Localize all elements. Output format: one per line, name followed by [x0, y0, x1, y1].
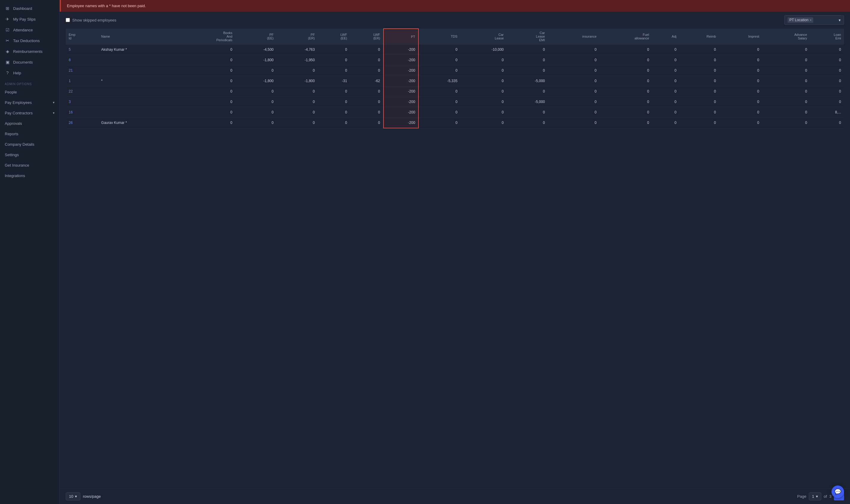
- sidebar-item-tax-deductions[interactable]: ✂Tax Deductions: [0, 35, 59, 46]
- cell-pf_ee: -1,800: [235, 76, 277, 86]
- cell-imprest: 0: [719, 97, 762, 107]
- cell-pf_er: -1,800: [277, 76, 318, 86]
- dropdown-arrow-icon: ▾: [839, 18, 841, 22]
- sidebar-item-settings[interactable]: Settings: [0, 149, 59, 160]
- cell-name: [98, 107, 179, 118]
- cell-insurance: 0: [548, 86, 600, 97]
- col-header-car-lease-emi: CarLeaseEMI: [507, 29, 548, 44]
- of-label: of: [824, 494, 827, 499]
- col-header-pf-ee: PF(EE): [235, 29, 277, 44]
- cell-lwf_er: 0: [350, 66, 383, 76]
- cell-tds: 0: [419, 86, 461, 97]
- sidebar-label-help: Help: [13, 71, 21, 75]
- cell-fuel: 0: [599, 66, 652, 76]
- my-pay-slips-icon: ✈: [5, 17, 10, 21]
- cell-loan: 0: [810, 55, 844, 66]
- cell-emp_id[interactable]: 3: [66, 97, 98, 107]
- cell-fuel: 0: [599, 44, 652, 55]
- cell-books: 0: [179, 97, 235, 107]
- page-select[interactable]: 1 ▾: [809, 492, 821, 500]
- sidebar-label-settings: Settings: [5, 152, 19, 157]
- cell-imprest: 0: [719, 44, 762, 55]
- show-skipped-label: Show skipped employees: [72, 18, 116, 22]
- sidebar-item-help[interactable]: ?Help: [0, 68, 59, 78]
- sidebar-label-attendance: Attendance: [13, 28, 33, 32]
- cell-books: 0: [179, 44, 235, 55]
- cell-tds: 0: [419, 107, 461, 118]
- cell-books: 0: [179, 86, 235, 97]
- sidebar-item-my-pay-slips[interactable]: ✈My Pay Slips: [0, 14, 59, 24]
- sidebar-label-dashboard: Dashboard: [13, 6, 32, 11]
- sidebar-item-company-details[interactable]: Company Details: [0, 139, 59, 149]
- cell-insurance: 0: [548, 44, 600, 55]
- cell-emp_id[interactable]: 26: [66, 118, 98, 128]
- cell-pt: -200: [384, 86, 419, 97]
- cell-lwf_ee: 0: [318, 44, 350, 55]
- cell-adj: 0: [652, 55, 679, 66]
- cell-pf_er: -4,763: [277, 44, 318, 55]
- cell-insurance: 0: [548, 55, 600, 66]
- cell-lwf_er: -62: [350, 76, 383, 86]
- cell-lwf_ee: 0: [318, 66, 350, 76]
- cell-emp_id[interactable]: 1: [66, 76, 98, 86]
- cell-reimb: 0: [679, 66, 719, 76]
- cell-fuel: 0: [599, 86, 652, 97]
- cell-loan: 0: [810, 44, 844, 55]
- sidebar-item-integrations[interactable]: Integrations: [0, 170, 59, 181]
- table-row: 1*0-1,800-1,800-31-62-200-5,3350-5,00000…: [66, 76, 844, 86]
- cell-name: [98, 86, 179, 97]
- pt-location-filter[interactable]: PT Location × ▾: [784, 15, 844, 25]
- sidebar-label-company-details: Company Details: [5, 142, 34, 147]
- cell-lwf_ee: 0: [318, 97, 350, 107]
- sidebar-item-pay-contractors[interactable]: Pay Contractors: [0, 108, 59, 118]
- sidebar-item-pay-employees[interactable]: Pay Employees: [0, 97, 59, 108]
- reimbursements-icon: ◈: [5, 49, 10, 54]
- sidebar-item-reimbursements[interactable]: ◈Reimbursements: [0, 46, 59, 57]
- cell-insurance: 0: [548, 107, 600, 118]
- cell-lwf_er: 0: [350, 118, 383, 128]
- sidebar-label-tax-deductions: Tax Deductions: [13, 38, 40, 43]
- cell-emp_id[interactable]: 16: [66, 107, 98, 118]
- cell-reimb: 0: [679, 76, 719, 86]
- cell-pf_ee: 0: [235, 97, 277, 107]
- main-content: Employee names with a * have not been pa…: [60, 0, 850, 504]
- cell-name: Gaurav Kumar *: [98, 118, 179, 128]
- cell-pt: -200: [384, 76, 419, 86]
- cell-pt: -200: [384, 66, 419, 76]
- help-icon: ?: [5, 70, 10, 75]
- cell-advance: 0: [762, 44, 810, 55]
- cell-loan: 0: [810, 118, 844, 128]
- sidebar-label-reports: Reports: [5, 132, 19, 136]
- cell-emp_id[interactable]: 5: [66, 44, 98, 55]
- col-header-insurance: insurance: [548, 29, 600, 44]
- cell-emp_id[interactable]: 22: [66, 86, 98, 97]
- cell-tds: 0: [419, 55, 461, 66]
- cell-insurance: 0: [548, 66, 600, 76]
- col-header-emp-id: EmpId: [66, 29, 98, 44]
- sidebar-item-get-insurance[interactable]: Get Insurance: [0, 160, 59, 170]
- sidebar-item-people[interactable]: People: [0, 87, 59, 97]
- cell-fuel: 0: [599, 76, 652, 86]
- cell-emp_id[interactable]: 21: [66, 66, 98, 76]
- rows-per-page-label: rows/page: [83, 494, 101, 499]
- sidebar-item-approvals[interactable]: Approvals: [0, 118, 59, 129]
- sidebar-item-reports[interactable]: Reports: [0, 129, 59, 139]
- sidebar-item-documents[interactable]: ▣Documents: [0, 57, 59, 68]
- cell-pf_er: 0: [277, 107, 318, 118]
- cell-car_lease_emi: 0: [507, 44, 548, 55]
- chat-bubble[interactable]: 💬: [831, 485, 844, 498]
- cell-imprest: 0: [719, 86, 762, 97]
- cell-lwf_er: 0: [350, 86, 383, 97]
- rows-per-page-select[interactable]: 10 ▾: [66, 492, 80, 500]
- sidebar-item-attendance[interactable]: ☑Attendance: [0, 24, 59, 35]
- cell-lwf_ee: 0: [318, 107, 350, 118]
- cell-fuel: 0: [599, 97, 652, 107]
- cell-emp_id[interactable]: 8: [66, 55, 98, 66]
- filter-tag-close[interactable]: ×: [810, 18, 812, 22]
- sidebar-item-dashboard[interactable]: ⊞Dashboard: [0, 3, 59, 14]
- cell-books: 0: [179, 107, 235, 118]
- show-skipped-checkbox[interactable]: [66, 18, 70, 22]
- cell-pf_er: 0: [277, 97, 318, 107]
- cell-tds: -5,335: [419, 76, 461, 86]
- cell-pf_ee: -4,500: [235, 44, 277, 55]
